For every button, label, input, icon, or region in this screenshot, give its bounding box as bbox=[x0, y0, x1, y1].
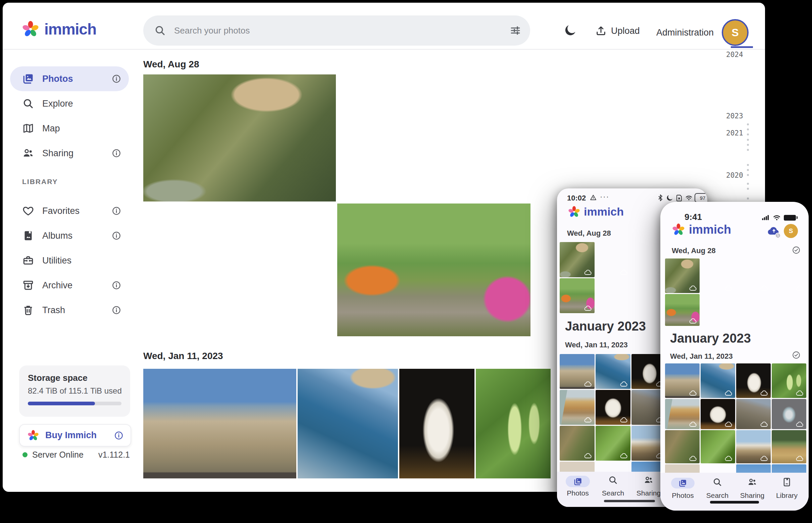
library-icon[interactable] bbox=[782, 477, 792, 487]
explore-search-icon bbox=[22, 97, 34, 110]
sidebar-item-trash[interactable]: Trash bbox=[10, 298, 129, 323]
photo-coast-town[interactable] bbox=[701, 363, 735, 398]
nav-photos-active-pill[interactable] bbox=[671, 478, 694, 488]
sidebar-item-favorites[interactable]: Favorites bbox=[10, 198, 129, 223]
photo-beach-cliff[interactable] bbox=[560, 390, 594, 425]
photo-green-berries[interactable] bbox=[772, 363, 806, 398]
photo-lizard[interactable] bbox=[560, 426, 594, 461]
photo-alpine-farm[interactable] bbox=[772, 430, 806, 463]
photo-autumn-path[interactable] bbox=[560, 278, 594, 313]
photo-fireworks[interactable] bbox=[736, 258, 771, 293]
sharing-people-icon[interactable] bbox=[643, 475, 654, 485]
timeline-year[interactable]: 2024 bbox=[726, 51, 749, 59]
nav-label-library[interactable]: Library bbox=[776, 491, 798, 500]
photo-holding-hands[interactable] bbox=[143, 203, 336, 336]
timeline-year[interactable]: 2021 bbox=[726, 129, 749, 137]
sidebar-item-albums[interactable]: Albums bbox=[10, 223, 129, 248]
server-status-row: Server Online v1.112.1 bbox=[19, 450, 130, 459]
sidebar-item-archive[interactable]: Archive bbox=[10, 273, 129, 298]
buy-immich-button[interactable]: Buy Immich bbox=[19, 424, 131, 447]
photo-marble-sculpture[interactable] bbox=[595, 390, 630, 425]
filter-sliders-icon[interactable] bbox=[509, 24, 521, 37]
sidebar-item-map[interactable]: Map bbox=[10, 116, 129, 141]
bluetooth-icon bbox=[656, 194, 664, 202]
select-all-check-icon[interactable] bbox=[792, 246, 800, 254]
nav-label-search[interactable]: Search bbox=[602, 489, 624, 497]
photo-coast-town[interactable] bbox=[298, 369, 398, 479]
search-bar[interactable] bbox=[143, 15, 530, 46]
photo-dinner-table[interactable] bbox=[701, 258, 735, 293]
info-icon[interactable] bbox=[114, 431, 124, 440]
photo-silver-ornament[interactable] bbox=[772, 399, 806, 429]
nav-label-search[interactable]: Search bbox=[706, 491, 729, 500]
photo-coast-town[interactable] bbox=[595, 354, 630, 389]
nav-label-photos[interactable]: Photos bbox=[567, 489, 589, 497]
info-icon[interactable] bbox=[111, 231, 121, 241]
photo-autumn-path[interactable] bbox=[665, 294, 699, 326]
sidebar-item-photos[interactable]: Photos bbox=[10, 66, 129, 91]
photo-monkeys-jungle[interactable] bbox=[665, 258, 699, 293]
photos-icon bbox=[573, 477, 583, 486]
storage-usage-text: 82.4 TiB of 115.1 TiB used bbox=[28, 386, 122, 396]
select-all-check-icon[interactable] bbox=[792, 351, 800, 359]
photo-marble-bust[interactable] bbox=[736, 363, 771, 398]
search-icon[interactable] bbox=[608, 475, 618, 485]
info-icon[interactable] bbox=[111, 305, 121, 315]
nav-photos-active-pill[interactable] bbox=[566, 476, 590, 487]
month-header: January 2023 bbox=[670, 331, 751, 346]
immich-logo: immich bbox=[568, 205, 624, 218]
nav-label-photos[interactable]: Photos bbox=[672, 491, 694, 500]
photo-fortress[interactable] bbox=[143, 369, 296, 479]
photo-monkeys-jungle[interactable] bbox=[560, 242, 594, 277]
info-icon[interactable] bbox=[111, 206, 121, 216]
library-section-heading: LIBRARY bbox=[22, 178, 58, 186]
upload-label: Upload bbox=[611, 26, 640, 36]
upload-button[interactable]: Upload bbox=[595, 25, 640, 37]
wifi-icon bbox=[773, 213, 781, 222]
photo-autumn-path[interactable] bbox=[337, 203, 531, 336]
theme-toggle-button[interactable] bbox=[564, 23, 577, 37]
sidebar-item-label: Archive bbox=[42, 280, 72, 291]
nav-label-sharing[interactable]: Sharing bbox=[740, 491, 764, 500]
info-icon[interactable] bbox=[111, 280, 121, 290]
photo-castle-ruins[interactable] bbox=[736, 399, 771, 429]
user-avatar[interactable]: S bbox=[784, 224, 798, 238]
timeline-year[interactable]: 2023 bbox=[726, 112, 749, 120]
photo-winter-church[interactable] bbox=[736, 430, 771, 463]
photo-beach-cliff[interactable] bbox=[665, 399, 699, 429]
dnd-moon-icon bbox=[666, 194, 673, 201]
sharing-people-icon[interactable] bbox=[747, 477, 757, 487]
photo-dinner-table[interactable] bbox=[337, 74, 531, 201]
immich-flower-icon bbox=[27, 430, 39, 441]
search-icon[interactable] bbox=[712, 477, 722, 487]
administration-link[interactable]: Administration bbox=[656, 28, 714, 38]
heart-icon bbox=[22, 205, 34, 217]
photo-marble-sculpture[interactable] bbox=[701, 399, 735, 429]
timeline-year[interactable]: 2020 bbox=[726, 171, 749, 179]
sidebar-item-label: Sharing bbox=[42, 148, 73, 159]
immich-logo[interactable]: immich bbox=[21, 20, 96, 38]
info-icon[interactable] bbox=[111, 148, 121, 158]
user-avatar[interactable]: S bbox=[722, 19, 748, 46]
photo-fireworks[interactable] bbox=[532, 74, 724, 201]
photo-marble-bust[interactable] bbox=[399, 369, 474, 479]
info-icon[interactable] bbox=[111, 74, 121, 84]
sidebar-item-sharing[interactable]: Sharing bbox=[10, 141, 129, 166]
search-input[interactable] bbox=[173, 25, 499, 36]
photo-dinner-table[interactable] bbox=[595, 242, 630, 277]
photo-lizard-moss[interactable] bbox=[701, 430, 735, 463]
photo-lizard-moss[interactable] bbox=[595, 426, 630, 461]
photo-monkeys-jungle[interactable] bbox=[143, 74, 336, 201]
sidebar-item-explore[interactable]: Explore bbox=[10, 91, 129, 116]
home-indicator bbox=[604, 500, 655, 502]
photo-fortress[interactable] bbox=[665, 363, 699, 398]
cell-signal-icon bbox=[761, 213, 770, 222]
month-header: January 2023 bbox=[565, 319, 646, 333]
photo-holding-hands[interactable] bbox=[772, 258, 806, 293]
photo-green-berries[interactable] bbox=[476, 369, 551, 479]
photo-fortress[interactable] bbox=[560, 354, 594, 389]
nav-label-sharing[interactable]: Sharing bbox=[637, 489, 661, 497]
sidebar-item-utilities[interactable]: Utilities bbox=[10, 248, 129, 273]
photo-lizard[interactable] bbox=[665, 430, 699, 463]
administration-label: Administration bbox=[656, 28, 714, 38]
